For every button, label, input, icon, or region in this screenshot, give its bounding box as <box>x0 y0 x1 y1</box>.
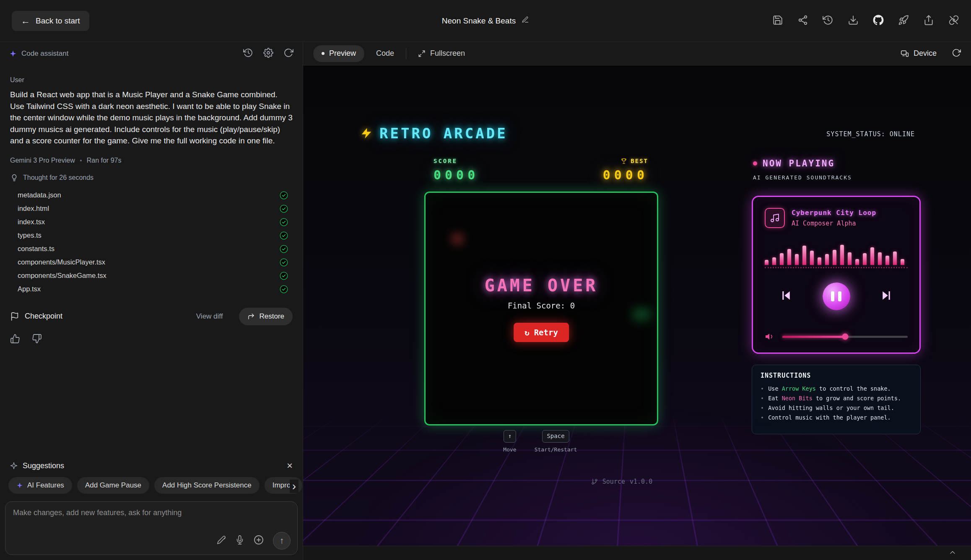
git-branch-icon <box>591 478 598 485</box>
restore-button[interactable]: Restore <box>239 308 293 325</box>
retry-icon: ↻ <box>524 328 529 337</box>
eq-bar <box>878 252 882 265</box>
preview-toolbar: Preview Code Fullscreen Device <box>303 42 971 65</box>
thumbs-down-icon[interactable] <box>32 334 42 345</box>
share-icon[interactable] <box>923 15 934 27</box>
fullscreen-button[interactable]: Fullscreen <box>418 49 465 58</box>
back-arrow-icon: ← <box>21 16 30 26</box>
settings-gear-icon[interactable] <box>263 48 273 60</box>
chevron-up-icon[interactable] <box>948 548 957 558</box>
history-icon[interactable] <box>823 15 833 27</box>
snake-game-board[interactable]: GAME OVER Final Score: 0 ↻ Retry <box>424 192 658 425</box>
device-button[interactable]: Device <box>901 49 937 58</box>
best-label-row: BEST <box>603 158 648 164</box>
source-version-line: Source v1.0.0 <box>555 478 689 485</box>
save-icon[interactable] <box>772 15 783 27</box>
file-row[interactable]: components/SnakeGame.tsx <box>18 269 288 283</box>
restore-arrow-icon <box>247 313 255 320</box>
assistant-panel-header: Code assistant <box>0 42 303 65</box>
checkpoint-label: Checkpoint <box>25 312 62 321</box>
composer-actions: ↑ <box>217 532 291 550</box>
suggestion-chip-game-pause[interactable]: Add Game Pause <box>77 477 149 494</box>
unlink-icon[interactable] <box>948 15 959 27</box>
music-note-icon <box>770 213 780 223</box>
playing-dot <box>753 161 757 166</box>
retry-button[interactable]: ↻ Retry <box>514 323 569 342</box>
eq-bar <box>818 257 821 265</box>
chip-label: Add Game Pause <box>85 481 141 490</box>
close-icon[interactable]: × <box>287 461 293 471</box>
suggestion-chip-high-score[interactable]: Add High Score Persistence <box>154 477 260 494</box>
user-role-label: User <box>10 76 293 84</box>
composer-input[interactable] <box>13 508 290 534</box>
score-label: SCORE <box>434 158 479 164</box>
file-row[interactable]: types.ts <box>18 229 288 242</box>
eq-bar <box>855 259 859 265</box>
version-label: v1.0.0 <box>630 478 652 485</box>
eq-bar <box>885 256 889 265</box>
back-to-start-button[interactable]: ← Back to start <box>12 11 89 31</box>
lightbulb-icon <box>10 174 18 182</box>
deploy-icon[interactable] <box>898 15 909 27</box>
file-row[interactable]: metadata.json <box>18 189 288 202</box>
volume-row <box>765 332 908 342</box>
top-bar: ← Back to start Neon Snake & Beats <box>0 0 971 42</box>
suggestion-chip-ai-features[interactable]: AI Features <box>8 477 72 494</box>
eq-bar <box>795 254 799 265</box>
volume-thumb[interactable] <box>842 334 848 340</box>
best-score-counter: BEST 0000 <box>603 158 648 182</box>
tab-code[interactable]: Code <box>376 49 394 58</box>
mic-icon[interactable] <box>235 535 244 546</box>
fullscreen-icon <box>418 50 426 57</box>
preview-pane: Preview Code Fullscreen Device <box>303 42 971 560</box>
send-button[interactable]: ↑ <box>273 532 291 550</box>
next-track-icon[interactable] <box>880 289 893 303</box>
suggestion-chips-row: AI Features Add Game Pause Add High Scor… <box>0 474 303 500</box>
file-row[interactable]: index.tsx <box>18 215 288 229</box>
file-row[interactable]: index.html <box>18 202 288 215</box>
file-row[interactable]: App.tsx <box>18 283 288 296</box>
tab-preview[interactable]: Preview <box>313 45 364 62</box>
file-name: components/SnakeGame.tsx <box>18 272 106 280</box>
eq-bar <box>833 250 836 265</box>
device-icon <box>901 49 909 58</box>
space-key-label: Start/Restart <box>530 446 582 453</box>
model-run-line: Gemini 3 Pro Preview Ran for 97s <box>10 157 293 164</box>
dot-separator <box>80 160 82 161</box>
file-row[interactable]: constants.ts <box>18 242 288 256</box>
reload-preview-icon[interactable] <box>952 48 961 59</box>
view-diff-link[interactable]: View diff <box>196 312 223 321</box>
history-icon[interactable] <box>243 48 253 60</box>
thumbs-up-icon[interactable] <box>10 334 20 345</box>
check-circle-icon <box>279 191 288 200</box>
file-name: index.html <box>18 205 49 213</box>
panel-bottom: Suggestions × AI Features Add Game Pause… <box>0 457 303 560</box>
fork-icon[interactable] <box>797 15 808 27</box>
transport-controls <box>765 283 908 310</box>
check-circle-icon <box>279 204 288 213</box>
now-playing-tagline: AI GENERATED SOUNDTRACKS <box>753 174 852 181</box>
instruction-item: Avoid hitting walls or your own tail. <box>761 403 912 413</box>
gemini-spark-icon <box>16 482 23 489</box>
rewrite-pen-icon[interactable] <box>217 535 226 546</box>
chips-scroll-right-icon[interactable]: › <box>290 480 299 493</box>
eq-bar <box>825 254 829 265</box>
toolbar-divider <box>406 48 406 59</box>
code-assistant-panel: Code assistant User Build a React web ap… <box>0 42 303 560</box>
volume-icon <box>765 332 775 342</box>
retry-label: Retry <box>534 328 558 337</box>
previous-track-icon[interactable] <box>780 289 792 303</box>
file-row[interactable]: components/MusicPlayer.tsx <box>18 256 288 269</box>
add-icon[interactable] <box>254 535 264 547</box>
refresh-icon[interactable] <box>283 48 293 60</box>
github-icon[interactable] <box>873 15 884 27</box>
edit-title-icon[interactable] <box>522 16 529 26</box>
flag-icon <box>10 312 19 321</box>
download-icon[interactable] <box>848 15 859 27</box>
volume-slider[interactable] <box>782 336 908 338</box>
track-title: Cyberpunk City Loop <box>792 209 876 217</box>
thought-summary-row[interactable]: Thought for 26 seconds <box>10 174 293 182</box>
move-key-label: Move <box>493 446 527 453</box>
score-value: 0000 <box>434 168 479 182</box>
play-pause-button[interactable] <box>823 283 850 310</box>
